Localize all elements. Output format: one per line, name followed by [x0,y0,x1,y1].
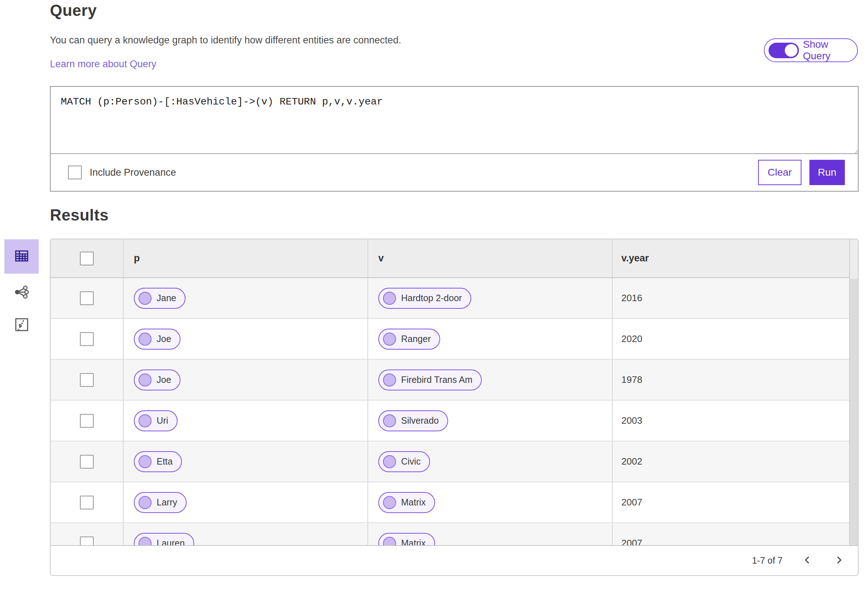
learn-more-link[interactable]: Learn more about Query [50,59,156,70]
vehicle-year-value: 2003 [621,415,642,426]
row-checkbox-cell [51,360,124,400]
row-p-cell: Uri [124,401,368,441]
row-year-cell: 2003 [613,401,858,441]
vehicle-year-value: 2020 [621,333,642,345]
vehicle-year-value: 2007 [621,497,642,508]
node-circle-icon [383,496,396,509]
query-section-title: Query [50,1,97,19]
results-table: p v v.year Jane Hardtop 2-door [50,239,859,576]
include-provenance-checkbox[interactable] [68,166,82,179]
show-query-toggle[interactable]: Show Query [764,38,858,62]
row-checkbox[interactable] [80,332,94,346]
row-checkbox-cell [51,401,124,441]
node-circle-icon [383,292,396,305]
show-query-label: Show Query [803,39,857,62]
clear-button[interactable]: Clear [758,160,802,185]
row-checkbox[interactable] [80,414,94,428]
previous-page-button[interactable] [802,554,814,567]
column-header-vyear: v.year [613,239,858,277]
node-circle-icon [139,292,152,305]
vehicle-node-label: Firebird Trans Am [401,374,472,385]
query-input[interactable]: MATCH (p:Person)-[:HasVehicle]->(v) RETU… [51,87,858,153]
query-editor-panel: MATCH (p:Person)-[:HasVehicle]->(v) RETU… [50,86,859,192]
graph-view-button[interactable] [11,282,32,303]
run-button[interactable]: Run [809,160,845,185]
row-p-cell: Larry [124,482,368,522]
table-view-button[interactable] [4,239,39,274]
person-node-pill[interactable]: Joe [134,329,180,349]
column-header-vyear-label: v.year [621,253,649,264]
pagination-bar: 1-7 of 7 [51,545,858,575]
person-node-label: Joe [156,334,171,344]
graph-view-icon [13,284,30,302]
vehicle-node-pill[interactable]: Hardtop 2-door [378,288,471,309]
query-action-buttons: Clear Run [758,160,845,185]
column-header-p-label: p [134,253,140,264]
knowledge-graph-query-page: Query You can query a knowledge graph to… [0,0,868,594]
vehicle-node-pill[interactable]: Ranger [378,329,440,349]
node-circle-icon [139,373,152,386]
row-checkbox[interactable] [80,496,94,509]
row-p-cell: Jane [124,278,368,318]
row-year-cell: 2020 [613,319,858,359]
person-node-pill[interactable]: Larry [134,492,187,513]
table-row: Etta Civic 2002 [51,441,858,482]
row-p-cell: Joe [124,319,368,359]
table-row: Joe Firebird Trans Am 1978 [51,360,858,401]
vehicle-node-pill[interactable]: Matrix [378,492,435,513]
row-p-cell: Etta [124,441,368,482]
person-node-label: Jane [156,293,176,303]
person-node-pill[interactable]: Joe [134,370,180,391]
row-checkbox[interactable] [80,373,94,387]
table-scrollbar[interactable] [849,239,858,575]
scrollbar-thumb[interactable] [850,279,858,575]
person-node-label: Joe [156,374,171,385]
node-circle-icon [139,455,152,468]
query-description: You can query a knowledge graph to ident… [50,35,401,46]
vehicle-node-label: Silverado [401,416,439,426]
row-v-cell: Civic [368,441,613,482]
row-year-cell: 2007 [613,482,858,522]
next-page-button[interactable] [833,554,845,567]
node-circle-icon [139,496,152,509]
person-node-pill[interactable]: Etta [134,451,182,472]
pagination-range-label: 1-7 of 7 [752,555,782,566]
column-header-v: v [368,239,613,277]
row-checkbox-cell [51,319,124,359]
vehicle-node-label: Hardtop 2-door [401,293,462,303]
table-header-row: p v v.year [51,239,858,278]
select-all-checkbox[interactable] [80,252,94,265]
vehicle-node-label: Ranger [401,334,431,344]
row-checkbox-cell [51,278,124,318]
map-view-button[interactable] [11,314,32,336]
vehicle-node-pill[interactable]: Civic [378,451,430,472]
chevron-left-icon [802,554,813,566]
row-checkbox[interactable] [80,291,94,305]
row-year-cell: 2016 [613,278,858,318]
row-p-cell: Joe [124,360,368,400]
row-v-cell: Hardtop 2-door [368,278,613,318]
row-checkbox[interactable] [80,455,94,469]
toggle-switch-icon[interactable] [769,43,799,58]
person-node-label: Uri [156,416,168,426]
table-body: Jane Hardtop 2-door 2016 Joe Ranger [51,278,858,564]
row-year-cell: 1978 [613,360,858,400]
vehicle-node-label: Civic [401,456,421,467]
node-circle-icon [139,333,152,346]
vehicle-node-pill[interactable]: Silverado [378,410,448,431]
node-circle-icon [383,455,396,468]
node-circle-icon [383,333,396,346]
table-view-icon [14,248,30,265]
node-circle-icon [139,414,152,427]
vehicle-node-pill[interactable]: Firebird Trans Am [378,370,482,391]
chevron-right-icon [833,554,844,566]
toggle-knob [785,44,797,57]
vehicle-year-value: 2016 [621,292,642,304]
row-v-cell: Matrix [368,482,613,522]
row-checkbox-cell [51,441,124,482]
person-node-pill[interactable]: Uri [134,410,177,431]
table-row: Jane Hardtop 2-door 2016 [51,278,858,319]
person-node-label: Larry [156,497,177,508]
vehicle-node-label: Matrix [401,497,426,508]
person-node-pill[interactable]: Jane [134,288,186,309]
